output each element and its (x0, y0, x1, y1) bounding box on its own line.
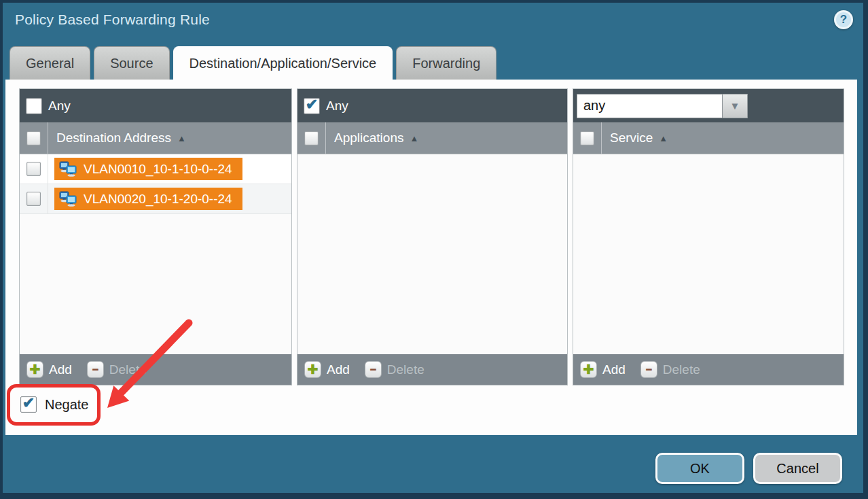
row-checkbox-vlan0020[interactable]: ✔ (26, 192, 41, 206)
add-icon: ✚ (304, 361, 321, 378)
applications-column-header[interactable]: ✔ Applications ▲ (297, 122, 567, 154)
applications-header-label: Applications (334, 131, 403, 145)
service-toolbar: ✚ Add ━ Delete (573, 354, 844, 385)
destination-header-label: Destination Address (56, 131, 171, 145)
address-object-name: VLAN0010_10-1-10-0--24 (84, 162, 232, 177)
destination-any-checkbox[interactable]: ✔ (26, 98, 42, 114)
service-header-label: Service (610, 131, 653, 145)
applications-any-bar: ✔ Any (297, 89, 567, 122)
tab-destination-application-service[interactable]: Destination/Application/Service (173, 46, 393, 80)
negate-control: ✔ Negate (20, 396, 89, 413)
applications-any-label: Any (326, 99, 348, 114)
chevron-down-icon: ▼ (730, 100, 740, 111)
applications-add-button[interactable]: ✚ Add (304, 361, 350, 378)
tab-bar: General Source Destination/Application/S… (10, 46, 496, 80)
service-column-header[interactable]: ✔ Service ▲ (573, 122, 844, 154)
service-delete-button[interactable]: ━ Delete (640, 361, 700, 378)
check-icon: ✔ (306, 97, 318, 112)
destination-address-column-header[interactable]: ✔ Destination Address ▲ (20, 122, 291, 154)
add-icon: ✚ (26, 361, 43, 378)
address-object-vlan0020[interactable]: VLAN0020_10-1-20-0--24 (54, 188, 242, 210)
applications-delete-button[interactable]: ━ Delete (365, 361, 424, 378)
service-rows (573, 154, 844, 354)
dropdown-arrow-button[interactable]: ▼ (723, 94, 748, 118)
destination-select-all-checkbox[interactable]: ✔ (26, 131, 41, 145)
service-dropdown-bar: any ▼ (573, 89, 844, 122)
add-icon: ✚ (580, 361, 597, 378)
address-object-name: VLAN0020_10-1-20-0--24 (84, 192, 232, 207)
ok-button[interactable]: OK (655, 453, 744, 484)
sort-asc-icon: ▲ (177, 133, 186, 143)
tab-source[interactable]: Source (94, 46, 169, 80)
applications-select-all-checkbox[interactable]: ✔ (304, 131, 319, 145)
service-dropdown: any ▼ (577, 94, 748, 118)
destination-toolbar: ✚ Add ━ Delete (20, 354, 291, 385)
delete-icon: ━ (640, 361, 657, 378)
sort-asc-icon: ▲ (659, 133, 668, 143)
delete-icon: ━ (87, 361, 104, 378)
applications-any-checkbox[interactable]: ✔ (304, 98, 320, 114)
applications-toolbar: ✚ Add ━ Delete (297, 354, 567, 385)
help-icon[interactable]: ? (834, 10, 853, 29)
destination-add-button[interactable]: ✚ Add (26, 361, 72, 378)
pbf-rule-dialog: Policy Based Forwarding Rule ? General S… (0, 0, 868, 499)
network-address-icon (59, 161, 77, 177)
negate-checkbox[interactable]: ✔ (20, 396, 37, 413)
tab-content-panel: ✔ Any ✔ Destination Address ▲ (5, 80, 857, 435)
check-icon: ✔ (22, 396, 35, 411)
address-object-vlan0010[interactable]: VLAN0010_10-1-10-0--24 (54, 158, 242, 180)
destination-any-label: Any (48, 99, 71, 114)
cancel-button[interactable]: Cancel (753, 453, 842, 484)
table-row: ✔ VLAN0 (20, 184, 291, 214)
delete-icon: ━ (365, 361, 382, 378)
destination-address-list: ✔ Any ✔ Destination Address ▲ (19, 88, 292, 385)
service-list: any ▼ ✔ Service ▲ ✚ Add (573, 88, 844, 385)
destination-delete-button[interactable]: ━ Delete (87, 361, 147, 378)
applications-list: ✔ Any ✔ Applications ▲ ✚ Add (297, 88, 568, 385)
network-address-icon (59, 191, 77, 207)
service-dropdown-value[interactable]: any (577, 94, 723, 118)
service-select-all-checkbox[interactable]: ✔ (580, 131, 594, 145)
dialog-title: Policy Based Forwarding Rule (15, 12, 210, 28)
negate-label: Negate (45, 397, 89, 413)
row-checkbox-vlan0010[interactable]: ✔ (26, 162, 41, 176)
tab-general[interactable]: General (10, 46, 90, 80)
service-add-button[interactable]: ✚ Add (580, 361, 626, 378)
applications-rows (297, 154, 567, 354)
destination-any-bar: ✔ Any (20, 89, 291, 122)
table-row: ✔ VLAN0 (20, 154, 291, 184)
tab-forwarding[interactable]: Forwarding (396, 46, 496, 80)
destination-address-rows: ✔ VLAN0 (20, 154, 291, 354)
sort-asc-icon: ▲ (410, 133, 418, 143)
